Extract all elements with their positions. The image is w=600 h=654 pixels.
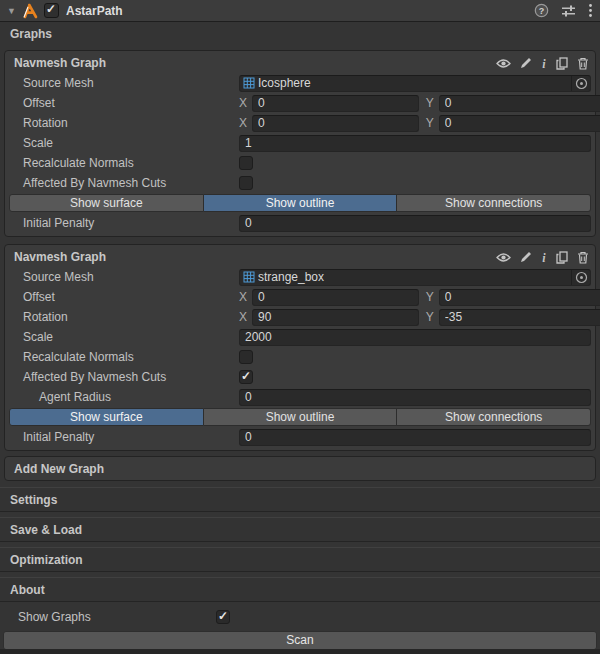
navmesh-graph-panel-2: Navmesh Graph i Source Mesh — [4, 244, 596, 451]
object-picker-icon[interactable] — [571, 76, 588, 91]
graph2-recalculate-normals-checkbox[interactable] — [239, 350, 253, 364]
scale-label: Scale — [9, 330, 239, 344]
section-settings[interactable]: Settings — [0, 487, 600, 512]
delete-trash-icon[interactable] — [577, 57, 589, 70]
source-mesh-row: Source Mesh strange_box — [9, 268, 591, 286]
graph1-recalculate-normals-checkbox[interactable] — [239, 156, 253, 170]
graph1-debug-buttons: Show surface Show outline Show connectio… — [9, 194, 591, 212]
scale-row: Scale — [9, 134, 591, 152]
kebab-menu-icon[interactable] — [588, 3, 593, 18]
rotation-label: Rotation — [9, 310, 239, 324]
show-surface-button[interactable]: Show surface — [9, 194, 204, 212]
offset-row: Offset X Y Z — [9, 94, 591, 112]
affected-by-navmesh-cuts-row: Affected By Navmesh Cuts — [9, 368, 591, 386]
affected-by-navmesh-cuts-row: Affected By Navmesh Cuts — [9, 174, 591, 192]
scale-label: Scale — [9, 136, 239, 150]
info-icon[interactable]: i — [541, 57, 547, 70]
astar-logo-icon — [22, 3, 39, 19]
visibility-eye-icon[interactable] — [496, 252, 511, 263]
recalculate-normals-row: Recalculate Normals — [9, 154, 591, 172]
svg-text:?: ? — [539, 6, 545, 16]
graph2-affected-by-navmesh-cuts-checkbox[interactable] — [239, 370, 253, 384]
graph1-initial-penalty-input[interactable] — [239, 215, 591, 232]
rotation-row: Rotation X Y Z — [9, 308, 591, 326]
graph2-title: Navmesh Graph — [14, 250, 106, 264]
navmesh-graph-panel-1: Navmesh Graph i Source Mesh — [4, 50, 596, 237]
graph2-header[interactable]: Navmesh Graph i — [9, 248, 591, 266]
axis-y-label[interactable]: Y — [426, 116, 434, 130]
show-surface-button[interactable]: Show surface — [9, 408, 204, 426]
help-icon[interactable]: ? — [534, 3, 549, 18]
graph1-title: Navmesh Graph — [14, 56, 106, 70]
graph2-offset-y-input[interactable] — [439, 289, 600, 306]
graph1-affected-by-navmesh-cuts-checkbox[interactable] — [239, 176, 253, 190]
initial-penalty-label: Initial Penalty — [9, 216, 239, 230]
axis-x-label[interactable]: X — [239, 290, 247, 304]
source-mesh-label: Source Mesh — [9, 76, 239, 90]
graph1-rotation-y-input[interactable] — [439, 115, 600, 132]
graph2-agent-radius-input[interactable] — [239, 389, 591, 406]
graph1-rotation-x-input[interactable] — [252, 115, 419, 132]
show-connections-button[interactable]: Show connections — [397, 194, 591, 212]
initial-penalty-row: Initial Penalty — [9, 428, 591, 446]
graph2-scale-input[interactable] — [239, 329, 591, 346]
section-save-and-load[interactable]: Save & Load — [0, 517, 600, 542]
graph2-offset-x-input[interactable] — [252, 289, 419, 306]
show-connections-button[interactable]: Show connections — [397, 408, 591, 426]
show-graphs-checkbox[interactable] — [216, 610, 230, 624]
axis-x-label[interactable]: X — [239, 116, 247, 130]
section-optimization[interactable]: Optimization — [0, 547, 600, 572]
show-graphs-row: Show Graphs — [0, 608, 600, 626]
mesh-icon — [243, 77, 255, 89]
graph1-offset-x-input[interactable] — [252, 95, 419, 112]
affected-by-navmesh-cuts-label: Affected By Navmesh Cuts — [9, 176, 239, 190]
axis-y-label[interactable]: Y — [426, 290, 434, 304]
presets-icon[interactable] — [561, 4, 576, 18]
graph1-scale-input[interactable] — [239, 135, 591, 152]
show-outline-button[interactable]: Show outline — [204, 408, 398, 426]
inspector-bottom-edge — [0, 649, 600, 654]
source-mesh-label: Source Mesh — [9, 270, 239, 284]
axis-x-label[interactable]: X — [239, 310, 247, 324]
component-title: AstarPath — [66, 4, 123, 18]
scan-button[interactable]: Scan — [3, 631, 597, 650]
rotation-label: Rotation — [9, 116, 239, 130]
graph2-rotation-x-input[interactable] — [252, 309, 419, 326]
affected-by-navmesh-cuts-label: Affected By Navmesh Cuts — [9, 370, 239, 384]
graph1-source-mesh-field[interactable]: Icosphere — [239, 75, 591, 92]
graph2-initial-penalty-input[interactable] — [239, 429, 591, 446]
section-about[interactable]: About — [0, 577, 600, 602]
recalculate-normals-label: Recalculate Normals — [9, 156, 239, 170]
graph2-source-mesh-field[interactable]: strange_box — [239, 269, 591, 286]
initial-penalty-label: Initial Penalty — [9, 430, 239, 444]
recalculate-normals-label: Recalculate Normals — [9, 350, 239, 364]
duplicate-icon[interactable] — [556, 251, 568, 264]
component-enabled-checkbox[interactable] — [44, 3, 59, 18]
graph2-debug-buttons: Show surface Show outline Show connectio… — [9, 408, 591, 426]
scale-row: Scale — [9, 328, 591, 346]
recalculate-normals-row: Recalculate Normals — [9, 348, 591, 366]
edit-pencil-icon[interactable] — [520, 57, 532, 69]
delete-trash-icon[interactable] — [577, 251, 589, 264]
add-new-graph-button[interactable]: Add New Graph — [4, 456, 596, 481]
show-outline-button[interactable]: Show outline — [204, 194, 398, 212]
graph1-header[interactable]: Navmesh Graph i — [9, 54, 591, 72]
axis-y-label[interactable]: Y — [426, 310, 434, 324]
show-graphs-label: Show Graphs — [0, 610, 216, 624]
edit-pencil-icon[interactable] — [520, 251, 532, 263]
visibility-eye-icon[interactable] — [496, 58, 511, 69]
offset-row: Offset X Y Z — [9, 288, 591, 306]
graph1-offset-y-input[interactable] — [439, 95, 600, 112]
axis-x-label[interactable]: X — [239, 96, 247, 110]
duplicate-icon[interactable] — [556, 57, 568, 70]
component-foldout-arrow[interactable]: ▼ — [7, 6, 17, 16]
svg-text:i: i — [542, 57, 546, 70]
graph2-source-mesh-value: strange_box — [258, 270, 324, 284]
object-picker-icon[interactable] — [571, 270, 588, 285]
offset-label: Offset — [9, 290, 239, 304]
component-header: ▼ AstarPath ? — [0, 0, 600, 22]
graph2-rotation-y-input[interactable] — [439, 309, 600, 326]
graphs-section-label: Graphs — [0, 22, 600, 46]
axis-y-label[interactable]: Y — [426, 96, 434, 110]
info-icon[interactable]: i — [541, 251, 547, 264]
